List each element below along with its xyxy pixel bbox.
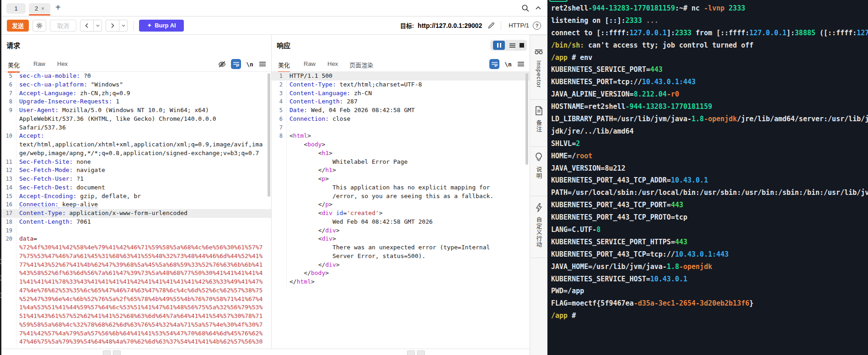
menu-icon[interactable] <box>509 43 516 48</box>
tab-raw[interactable]: Raw <box>33 60 45 67</box>
new-tab-button[interactable]: + <box>55 2 61 13</box>
editor-line: 17Content-Type: application/x-www-form-u… <box>1 209 271 218</box>
tab-hex[interactable]: Hex <box>57 60 68 67</box>
search-icon[interactable] <box>521 4 530 12</box>
show-newline-toggle[interactable]: \n <box>503 59 513 69</box>
editor-line: %52%47%39%6e%4c%6b%52%76%5a%2f%65%78%4b%… <box>1 295 271 304</box>
sidebar-item-notes[interactable]: 备注 <box>530 100 547 147</box>
line-number: 4 <box>272 97 287 106</box>
terminal-line: PWD=/app <box>551 285 868 297</box>
back-button[interactable] <box>80 20 94 32</box>
question-glyph: ? <box>536 23 539 28</box>
editor-line: This application has no explicit mapping… <box>272 183 530 192</box>
burp-ai-button[interactable]: ✦ Burp AI <box>139 20 184 32</box>
line-number <box>272 261 287 269</box>
editor-line: </div> <box>272 226 530 235</box>
collapse-chevron-icon[interactable] <box>534 4 542 12</box>
history-back-group <box>80 20 102 32</box>
editor-line: Whitelabel Error Page <box>272 158 530 167</box>
send-label: 发送 <box>12 21 24 30</box>
tab-beautify[interactable]: 美化 <box>8 60 20 73</box>
cancel-button[interactable]: 取消 <box>50 20 76 32</box>
gear-icon <box>36 22 43 29</box>
forward-dropdown-button[interactable] <box>119 20 128 32</box>
help-icon[interactable]: ? <box>533 22 541 30</box>
line-number: 10 <box>1 132 16 140</box>
editor-line: 12Sec-Fetch-Mode: navigate <box>1 166 271 175</box>
edit-target-pencil-icon[interactable] <box>488 22 495 29</box>
send-button[interactable]: 发送 <box>7 20 29 32</box>
line-number <box>272 209 287 218</box>
line-number <box>272 166 287 175</box>
tab-raw[interactable]: Raw <box>304 60 316 67</box>
tab-render[interactable]: 页面渲染 <box>349 60 373 69</box>
editor-line: 5Date: Wed, 04 Feb 2026 08:42:58 GMT <box>272 106 530 115</box>
terminal-tab-remnant <box>549 0 568 2</box>
editor-line: 5sec-ch-ua-mobile: ?0 <box>1 72 271 81</box>
line-number <box>1 243 16 252</box>
word-wrap-toggle[interactable] <box>231 59 241 69</box>
repeater-tab-bar: 1 2 × + <box>1 0 547 16</box>
editor-line: %43%58%52%6f%63%6d%56%7a%61%47%39%73%5a%… <box>1 269 271 278</box>
http-version-selector[interactable]: HTTP/1 <box>509 22 529 29</box>
tab-hex[interactable]: Hex <box>327 60 338 67</box>
editor-line: </body> <box>272 269 530 278</box>
editor-menu-icon[interactable] <box>516 59 526 69</box>
editor-line: 2Content-Type: text/html;charset=UTF-8 <box>272 81 530 89</box>
forward-button[interactable] <box>106 20 119 32</box>
bottom-tool-button[interactable] <box>417 350 425 355</box>
note-icon <box>534 106 543 116</box>
hide-eye-icon[interactable] <box>217 59 227 69</box>
show-newline-toggle[interactable]: \n <box>245 59 255 69</box>
response-editor[interactable]: 1HTTP/1.1 5002Content-Type: text/html;ch… <box>272 72 530 349</box>
cancel-label: 取消 <box>57 21 69 30</box>
line-number <box>1 252 16 261</box>
line-number <box>1 286 16 295</box>
close-tab-icon[interactable]: × <box>41 5 44 12</box>
back-dropdown-button[interactable] <box>94 20 102 32</box>
send-settings-button[interactable] <box>32 20 46 32</box>
terminal-line: listening on [::]:2333 ... <box>551 15 868 27</box>
sidebar-item-description[interactable]: 说明 <box>530 147 547 196</box>
request-tab-1[interactable]: 1 <box>6 3 26 14</box>
terminal-line: ret2shell-944-13283-1770181159:~# nc -lv… <box>551 2 868 15</box>
terminal[interactable]: ret2shell-944-13283-1770181159:~# nc -lv… <box>547 0 868 355</box>
line-number <box>1 312 16 321</box>
line-number <box>1 295 16 304</box>
editor-line: Safari/537.36 <box>1 124 271 132</box>
line-number: 1 <box>272 72 287 81</box>
tab-beautify[interactable]: 美化 <box>278 60 290 73</box>
stop-icon[interactable] <box>520 43 524 48</box>
terminal-line: /app # <box>551 310 868 322</box>
bottom-tool-button[interactable] <box>113 350 121 355</box>
response-scrollbar[interactable] <box>525 73 528 165</box>
editor-menu-icon[interactable] <box>257 59 268 69</box>
line-number <box>1 115 16 124</box>
line-number: 12 <box>1 166 16 175</box>
editor-line: 7Accept-Language: zh-CN,zh;q=0.9 <box>1 89 271 98</box>
sidebar-item-inspector[interactable]: Inspector <box>530 35 547 100</box>
request-scrollbar[interactable] <box>268 73 270 197</box>
request-editor[interactable]: 5sec-ch-ua-mobile: ?06sec-ch-ua-platform… <box>1 72 271 349</box>
line-number <box>272 252 287 261</box>
line-number: 17 <box>1 209 16 218</box>
word-wrap-toggle[interactable] <box>489 59 499 69</box>
editor-line: <div> <box>272 235 530 243</box>
editor-line: <div id='created'> <box>272 209 530 218</box>
right-sidebar: Inspector 备注 说明 自定义行动 <box>530 35 547 355</box>
editor-line: ge/webp,image/apng,*/*;q=0.8,application… <box>1 149 271 158</box>
terminal-line: JAVA_HOME=/usr/lib/jvm/java-1.8-openjdk <box>551 261 868 273</box>
line-number: 6 <box>1 81 16 89</box>
sidebar-item-custom-actions[interactable]: 自定义行动 <box>530 196 547 258</box>
editor-line: </html> <box>272 278 530 286</box>
line-number: 14 <box>1 183 16 192</box>
line-number <box>1 278 16 286</box>
line-number: 6 <box>272 115 287 124</box>
editor-line: 1%4a%53%51%41%44%59%57%64%6c%53%51%41%47… <box>1 303 271 312</box>
bottom-tool-button[interactable] <box>103 350 111 355</box>
bottom-tool-button[interactable] <box>407 350 415 355</box>
line-number: 8 <box>272 132 287 140</box>
request-tab-2-active[interactable]: 2 × <box>29 3 50 14</box>
pause-button[interactable] <box>493 41 505 50</box>
terminal-line: HOSTNAME=ret2shell-944-13283-1770181159 <box>551 101 868 113</box>
